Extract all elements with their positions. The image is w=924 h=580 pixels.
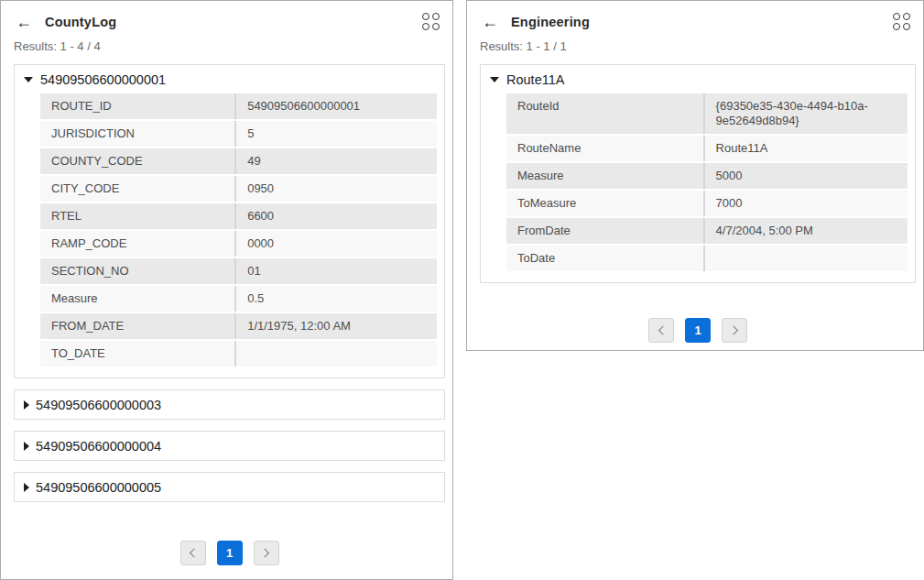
field-label: Measure xyxy=(506,163,703,189)
countylog-panel: ← CountyLog Results: 1 - 4 / 4 549095066… xyxy=(0,0,453,580)
field-value: 5000 xyxy=(703,163,908,189)
field-label: TO_DATE xyxy=(40,341,234,367)
panel-title: Engineering xyxy=(511,15,590,29)
field-value: 1/1/1975, 12:00 AM xyxy=(234,313,437,339)
field-value xyxy=(234,341,437,367)
field-label: RAMP_CODE xyxy=(40,231,234,257)
field-row: SECTION_NO01 xyxy=(40,258,437,286)
field-row: FROM_DATE1/1/1975, 12:00 AM xyxy=(40,313,437,341)
field-value: 01 xyxy=(234,258,437,284)
back-arrow-icon[interactable]: ← xyxy=(14,14,34,30)
field-label: RouteName xyxy=(506,136,703,161)
pagination: 1 xyxy=(14,541,445,565)
field-row: TO_DATE xyxy=(40,341,437,367)
field-label: JURISDICTION xyxy=(40,121,234,147)
feature-card-expanded: 54909506600000001 ROUTE_ID54909506600000… xyxy=(14,64,445,378)
caret-right-icon xyxy=(24,483,29,492)
feature-card-header[interactable]: 54909506600000004 xyxy=(15,432,444,460)
field-label: ToDate xyxy=(506,246,703,271)
caret-right-icon xyxy=(24,442,29,451)
panel-header: ← CountyLog xyxy=(14,13,445,30)
feature-card-header[interactable]: 54909506600000001 xyxy=(15,65,444,93)
chevron-left-icon xyxy=(658,326,667,335)
field-value: 0.5 xyxy=(234,286,437,312)
feature-title: 54909506600000003 xyxy=(36,398,161,412)
attribute-table: ROUTE_ID54909506600000001 JURISDICTION5 … xyxy=(40,93,437,367)
field-row: ToDate xyxy=(506,246,908,271)
attribute-table: RouteId{69350e35-430e-4494-b10a-9e52649d… xyxy=(506,93,908,271)
field-label: FromDate xyxy=(506,218,703,244)
caret-down-icon xyxy=(24,77,33,82)
field-label: SECTION_NO xyxy=(40,258,234,284)
field-value: {69350e35-430e-4494-b10a-9e52649d8b94} xyxy=(703,93,908,134)
field-label: COUNTY_CODE xyxy=(40,148,234,174)
caret-down-icon xyxy=(490,77,499,82)
field-label: ROUTE_ID xyxy=(40,93,234,119)
chevron-right-icon xyxy=(260,549,269,558)
next-page-button[interactable] xyxy=(722,318,747,343)
previous-page-button[interactable] xyxy=(648,318,674,343)
feature-card-collapsed: 54909506600000005 xyxy=(14,472,445,502)
field-row: Measure5000 xyxy=(506,163,908,191)
field-row: RouteNameRoute11A xyxy=(506,136,908,163)
feature-title: 54909506600000005 xyxy=(36,480,161,495)
feature-title: 54909506600000001 xyxy=(40,72,166,87)
feature-card-expanded: Route11A RouteId{69350e35-430e-4494-b10a… xyxy=(480,64,916,283)
chevron-left-icon xyxy=(190,549,199,558)
apps-grid-icon[interactable] xyxy=(422,13,440,30)
field-row: COUNTY_CODE49 xyxy=(40,148,437,176)
feature-card-header[interactable]: Route11A xyxy=(481,65,915,93)
feature-card-header[interactable]: 54909506600000003 xyxy=(15,390,444,419)
results-count: Results: 1 - 1 / 1 xyxy=(480,39,916,53)
field-value: 4/7/2004, 5:00 PM xyxy=(703,218,908,244)
field-value: 5 xyxy=(234,121,437,147)
field-label: RouteId xyxy=(506,93,703,134)
field-row: CITY_CODE0950 xyxy=(40,176,437,203)
field-row: ToMeasure7000 xyxy=(506,191,908,218)
caret-right-icon xyxy=(24,400,29,410)
field-row: ROUTE_ID54909506600000001 xyxy=(40,93,437,121)
chevron-right-icon xyxy=(729,326,738,335)
field-label: RTEL xyxy=(40,203,234,229)
feature-card-collapsed: 54909506600000004 xyxy=(14,431,445,461)
back-arrow-icon[interactable]: ← xyxy=(480,14,500,30)
feature-title: Route11A xyxy=(506,72,564,87)
feature-card-collapsed: 54909506600000003 xyxy=(14,389,445,420)
field-row: JURISDICTION5 xyxy=(40,121,437,148)
engineering-panel: ← Engineering Results: 1 - 1 / 1 Route11… xyxy=(466,0,924,351)
field-value: Route11A xyxy=(703,136,908,161)
feature-card-header[interactable]: 54909506600000005 xyxy=(15,473,444,501)
page-number-button[interactable]: 1 xyxy=(217,541,243,565)
field-value xyxy=(703,246,908,271)
field-value: 0950 xyxy=(234,176,437,202)
field-value: 6600 xyxy=(234,203,437,229)
results-count: Results: 1 - 4 / 4 xyxy=(14,39,445,53)
field-row: RAMP_CODE0000 xyxy=(40,231,437,258)
field-label: Measure xyxy=(40,286,234,312)
field-row: Measure0.5 xyxy=(40,286,437,313)
field-label: FROM_DATE xyxy=(40,313,234,339)
apps-grid-icon[interactable] xyxy=(893,13,910,30)
field-label: CITY_CODE xyxy=(40,176,234,202)
pagination: 1 xyxy=(480,318,916,343)
field-value: 49 xyxy=(234,148,437,174)
field-value: 54909506600000001 xyxy=(234,93,437,119)
field-row: FromDate4/7/2004, 5:00 PM xyxy=(506,218,908,246)
field-value: 7000 xyxy=(703,191,908,216)
panel-header: ← Engineering xyxy=(480,13,916,30)
field-row: RouteId{69350e35-430e-4494-b10a-9e52649d… xyxy=(506,93,908,136)
field-label: ToMeasure xyxy=(506,191,703,216)
previous-page-button[interactable] xyxy=(180,541,206,565)
next-page-button[interactable] xyxy=(254,541,279,565)
field-value: 0000 xyxy=(234,231,437,257)
feature-title: 54909506600000004 xyxy=(36,439,161,454)
page-number-button[interactable]: 1 xyxy=(685,318,711,343)
panel-title: CountyLog xyxy=(45,15,116,29)
field-row: RTEL6600 xyxy=(40,203,437,231)
